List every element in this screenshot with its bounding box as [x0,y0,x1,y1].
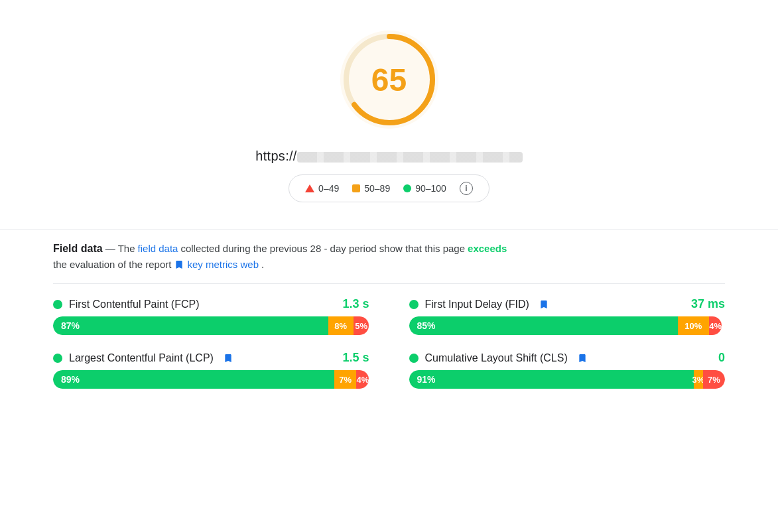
url-display: https:// [255,149,522,164]
lcp-bar-red: 4% [356,370,369,389]
fid-bar-green: 85% [409,316,678,335]
fid-status-dot [409,300,419,309]
fid-value: 37 ms [691,297,725,311]
field-data-desc1: The [118,243,135,254]
fid-bar-orange: 10% [678,316,710,335]
lcp-bar-green: 89% [53,370,334,389]
legend-pass-label: 90–100 [415,183,446,194]
field-data-header: Field data — The field data collected du… [53,243,725,255]
fid-bar: 85% 10% 4% [409,316,726,335]
key-metrics-link[interactable]: key metrics web [187,259,259,270]
field-data-sub: the evaluation of the report key metrics… [53,259,725,270]
fid-name: First Input Delay (FID) [425,299,529,310]
cls-status-dot [409,354,419,363]
legend-average-label: 50–89 [364,183,390,194]
lcp-value: 1.5 s [342,351,369,365]
fid-bookmark-icon [539,299,549,310]
fcp-name: First Contentful Paint (FCP) [69,299,200,310]
legend-fail: 0–49 [305,183,339,194]
triangle-icon [305,184,314,192]
metrics-divider [53,283,725,284]
fcp-bar: 87% 8% 5% [53,316,369,335]
exceeds-text: exceeds [468,243,507,254]
legend-average: 50–89 [352,183,390,194]
score-legend: 0–49 50–89 90–100 i [289,174,489,202]
circle-icon [403,184,411,192]
metric-lcp: Largest Contentful Paint (LCP) 1.5 s 89%… [53,351,369,389]
field-data-desc2: collected during the previous 28 - day p… [180,243,465,254]
fcp-bar-orange: 8% [328,316,354,335]
cls-bar: 91% 3% 7% [409,370,726,389]
lcp-name: Largest Contentful Paint (LCP) [69,352,214,364]
fcp-value: 1.3 s [342,297,369,311]
cls-name: Cumulative Layout Shift (CLS) [425,352,568,364]
metrics-grid: First Contentful Paint (FCP) 1.3 s 87% 8… [53,297,725,389]
cls-bar-red: 7% [703,370,725,389]
legend-pass: 90–100 [403,183,446,194]
field-data-dash: — [105,243,115,254]
legend-fail-label: 0–49 [318,183,339,194]
square-icon [352,184,360,192]
top-divider [0,229,778,230]
fcp-status-dot [53,300,62,309]
lcp-bar: 89% 7% 4% [53,370,369,389]
fcp-bar-green: 87% [53,316,328,335]
field-data-title: Field data [53,243,103,255]
fid-bar-red: 4% [709,316,722,335]
lcp-bar-orange: 7% [334,370,356,389]
metric-cls: Cumulative Layout Shift (CLS) 0 91% 3% 7… [409,351,726,389]
metric-fid: First Input Delay (FID) 37 ms 85% 10% 4% [409,297,726,335]
performance-score: 65 [371,62,407,98]
field-data-link[interactable]: field data [138,243,178,254]
cls-bookmark-icon [577,353,588,364]
field-data-desc3: the evaluation of the report [53,259,171,270]
bookmark-icon [174,259,184,270]
cls-bar-green: 91% [409,370,694,389]
cls-value: 0 [718,351,725,365]
score-ring: 65 [336,27,442,133]
lcp-status-dot [53,354,62,363]
lcp-bookmark-icon [223,353,233,364]
metric-fcp: First Contentful Paint (FCP) 1.3 s 87% 8… [53,297,369,335]
fcp-bar-red: 5% [354,316,369,335]
info-icon[interactable]: i [460,182,473,195]
cls-bar-orange: 3% [694,370,703,389]
